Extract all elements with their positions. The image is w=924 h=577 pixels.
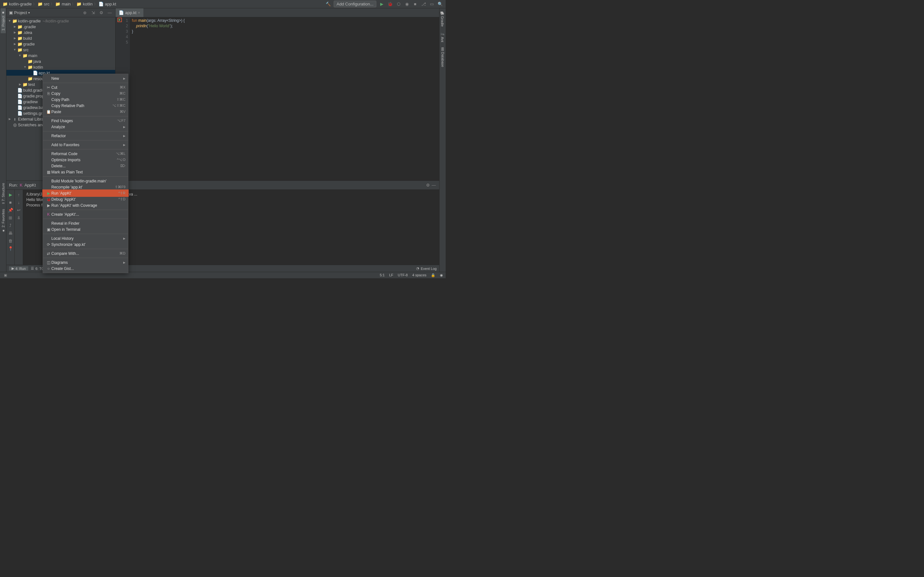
tree-root[interactable]: ▼📁 kotlin-gradle ~/kotlin-gradle bbox=[6, 18, 115, 24]
breadcrumb-item[interactable]: 📁 kotlin bbox=[76, 2, 92, 6]
pin-tab-icon[interactable]: 📍 bbox=[8, 245, 13, 251]
run-config-name: AppKt bbox=[24, 183, 36, 187]
gear-icon[interactable]: ⚙ bbox=[99, 10, 104, 16]
run-configuration-dropdown[interactable]: Add Configuration... bbox=[334, 1, 376, 7]
stop-icon[interactable]: ■ bbox=[412, 1, 418, 7]
menu-item[interactable]: ◫Diagrams▶ bbox=[43, 259, 128, 266]
tree-item[interactable]: 📁java bbox=[6, 58, 115, 64]
trash-icon[interactable]: 🗑 bbox=[8, 238, 13, 243]
menu-item[interactable]: ▦Mark as Plain Text bbox=[43, 169, 128, 175]
right-tool-stripe: 🐘 Gradle 🐜 Ant 🗄 Database bbox=[439, 8, 446, 181]
hide-icon[interactable]: — bbox=[107, 10, 113, 16]
menu-item[interactable]: Reformat Code⌥⌘L bbox=[43, 151, 128, 157]
menu-item[interactable]: ▶Run 'AppKt' with Coverage bbox=[43, 202, 128, 208]
locate-icon[interactable]: ⊕ bbox=[82, 10, 87, 16]
event-log-link[interactable]: ◔ Event Log bbox=[416, 266, 437, 271]
up-icon[interactable]: ↑ bbox=[16, 192, 22, 197]
hide-icon[interactable]: — bbox=[431, 182, 437, 188]
lock-icon[interactable]: 🔒 bbox=[431, 273, 435, 277]
layout-icon[interactable]: ▭ bbox=[429, 1, 435, 7]
menu-item[interactable]: ○Create Gist... bbox=[43, 266, 128, 271]
indent[interactable]: 4 spaces bbox=[412, 273, 426, 277]
layout-icon[interactable]: ⊞ bbox=[8, 215, 13, 221]
menu-item[interactable]: 🐞Debug 'AppKt'^⇧D bbox=[43, 196, 128, 202]
breadcrumb-item[interactable]: 📁 src bbox=[37, 2, 49, 6]
navigation-bar: 📁 kotlin-gradle 〉 📁 src 〉 📁 main 〉 📁 kot… bbox=[0, 0, 446, 8]
menu-item[interactable]: Recompile 'app.kt'⇧⌘F9 bbox=[43, 184, 128, 190]
kotlin-file-icon: 📄 bbox=[119, 10, 124, 15]
tree-item[interactable]: ▼📁src bbox=[6, 47, 115, 53]
tree-item[interactable]: ▶📁build bbox=[6, 35, 115, 41]
menu-item[interactable]: ✂Cut⌘X bbox=[43, 84, 128, 90]
menu-item[interactable]: ⇄Compare With...⌘D bbox=[43, 250, 128, 256]
menu-item[interactable]: ▣Open in Terminal bbox=[43, 226, 128, 232]
pin-icon[interactable]: 📌 bbox=[8, 207, 13, 213]
tree-item[interactable]: ▼📁kotlin bbox=[6, 64, 115, 70]
encoding[interactable]: UTF-8 bbox=[398, 273, 408, 277]
menu-item[interactable]: Build Module 'kotlin-gradle.main' bbox=[43, 178, 128, 184]
menu-item[interactable]: Copy Path⇧⌘C bbox=[43, 97, 128, 103]
breadcrumb: 📁 kotlin-gradle 〉 📁 src 〉 📁 main 〉 📁 kot… bbox=[3, 2, 325, 6]
menu-item[interactable]: Add to Favorites▶ bbox=[43, 142, 128, 148]
gear-icon[interactable]: ⚙ bbox=[425, 182, 431, 188]
editor-tab-label: app.kt bbox=[125, 10, 136, 15]
menu-item[interactable]: ▶Run 'AppKt'^⇧R bbox=[43, 190, 128, 196]
tool-tab-run[interactable]: ▶ 4: Run bbox=[9, 266, 28, 271]
debug-icon[interactable]: 🐞 bbox=[387, 1, 393, 7]
print-icon[interactable]: 🖶 bbox=[8, 230, 13, 236]
menu-item[interactable]: Find Usages⌥F7 bbox=[43, 118, 128, 124]
project-view-selector[interactable]: ▣ Project ▾ bbox=[9, 10, 82, 15]
vcs-icon[interactable]: ⎇ bbox=[421, 1, 426, 7]
tool-windows-icon[interactable]: ▣ bbox=[3, 272, 8, 278]
build-icon[interactable]: 🔨 bbox=[325, 1, 331, 7]
breadcrumb-item[interactable]: 📁 kotlin-gradle bbox=[3, 2, 32, 6]
inspections-icon[interactable]: ◉ bbox=[440, 273, 443, 277]
wrap-icon[interactable]: ↩ bbox=[16, 207, 22, 213]
search-icon[interactable]: 🔍 bbox=[437, 1, 443, 7]
menu-item[interactable]: Refactor▶ bbox=[43, 133, 128, 139]
profiler-icon[interactable]: ◉ bbox=[404, 1, 410, 7]
scroll-icon[interactable]: ⥥ bbox=[16, 215, 22, 221]
tool-tab-database[interactable]: 🗄 Database bbox=[440, 45, 445, 69]
tool-tab-gradle[interactable]: 🐘 Gradle bbox=[440, 8, 445, 29]
menu-item[interactable]: Reveal in Finder bbox=[43, 220, 128, 226]
menu-item[interactable]: ⎘Copy⌘C bbox=[43, 90, 128, 97]
code-editor[interactable]: 1 2 3 4 5 fun main(args: Array<String>) … bbox=[115, 17, 439, 181]
coverage-icon[interactable]: ⬡ bbox=[396, 1, 401, 7]
rerun-icon[interactable]: ▶ bbox=[8, 192, 13, 197]
tree-item[interactable]: ▼📁main bbox=[6, 53, 115, 58]
run-icon[interactable]: ▶ bbox=[379, 1, 384, 7]
tree-item[interactable]: ▶📁gradle bbox=[6, 41, 115, 47]
line-ending[interactable]: LF bbox=[389, 273, 393, 277]
editor-tab-app[interactable]: 📄 app.kt × bbox=[115, 8, 144, 17]
menu-item[interactable]: ⟳Synchronize 'app.kt' bbox=[43, 242, 128, 247]
stop-icon[interactable]: ■ bbox=[8, 199, 13, 205]
menu-item[interactable]: Analyze▶ bbox=[43, 124, 128, 130]
breadcrumb-item[interactable]: 📄 app.kt bbox=[99, 2, 116, 6]
menu-item[interactable]: Copy Relative Path⌥⇧⌘C bbox=[43, 103, 128, 109]
tool-tab-ant[interactable]: 🐜 Ant bbox=[440, 29, 445, 45]
context-menu[interactable]: New▶✂Cut⌘X⎘Copy⌘CCopy Path⇧⌘CCopy Relati… bbox=[43, 74, 128, 273]
run-gutter-icon[interactable] bbox=[118, 18, 122, 22]
breadcrumb-item[interactable]: 📁 main bbox=[55, 2, 71, 6]
tool-tab-project[interactable]: 1: Project ■ bbox=[1, 8, 6, 33]
close-tab-icon[interactable]: × bbox=[137, 10, 140, 15]
event-log-icon: ◔ bbox=[416, 266, 419, 271]
menu-item[interactable]: Local History▶ bbox=[43, 235, 128, 242]
menu-item[interactable]: 📋Paste⌘V bbox=[43, 109, 128, 115]
menu-item[interactable]: Delete...⌦ bbox=[43, 163, 128, 169]
down-icon[interactable]: ↓ bbox=[16, 199, 22, 205]
caret-position[interactable]: 5:1 bbox=[380, 273, 384, 277]
collapse-icon[interactable]: ⇲ bbox=[90, 10, 96, 16]
project-panel-header: ▣ Project ▾ ⊕ ⇲ ⚙ — bbox=[6, 8, 115, 17]
export-icon[interactable]: ⤴ bbox=[8, 222, 13, 228]
tree-item[interactable]: ▶📁.idea bbox=[6, 29, 115, 35]
tree-item[interactable]: ▶📁.gradle bbox=[6, 24, 115, 29]
menu-item[interactable]: KCreate 'AppKt'... bbox=[43, 211, 128, 218]
code-content[interactable]: fun main(args: Array<String>) { println(… bbox=[130, 17, 439, 181]
run-title: Run: bbox=[9, 183, 18, 187]
menu-item[interactable]: Optimize Imports^⌥O bbox=[43, 157, 128, 163]
tool-tab-structure[interactable]: ⫴ 7: Structure bbox=[1, 181, 6, 206]
menu-item[interactable]: New▶ bbox=[43, 75, 128, 81]
tool-tab-favorites[interactable]: ★ 2: Favorites bbox=[0, 206, 6, 235]
